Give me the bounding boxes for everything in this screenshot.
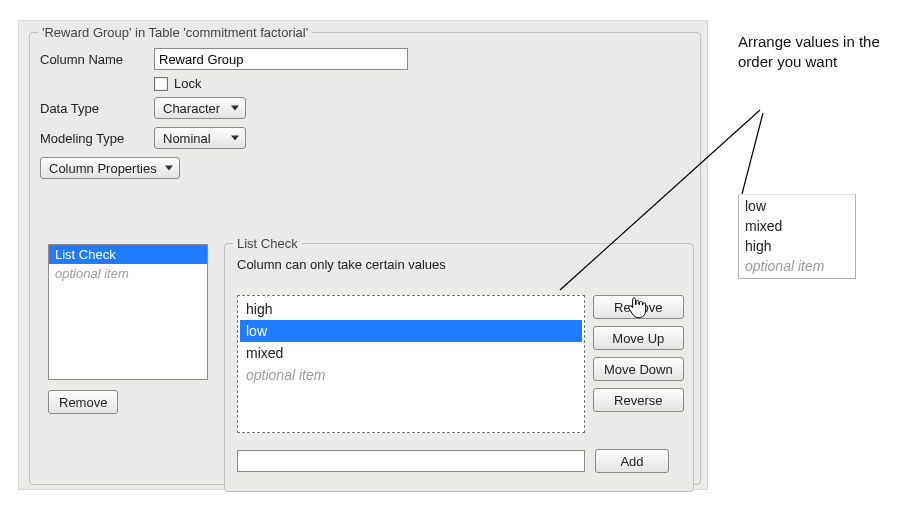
ordered-item: high	[741, 236, 853, 256]
fieldset-legend: 'Reward Group' in Table 'commitment fact…	[38, 25, 312, 40]
annotation-text: Arrange values in the order you want	[738, 32, 898, 72]
column-name-row: Column Name	[40, 48, 690, 70]
dialog-panel: 'Reward Group' in Table 'commitment fact…	[18, 20, 708, 490]
ordered-item: low	[741, 196, 853, 216]
column-properties-dropdown[interactable]: Column Properties	[40, 157, 180, 179]
column-name-label: Column Name	[40, 52, 146, 67]
data-type-value: Character	[163, 101, 220, 116]
canvas: 'Reward Group' in Table 'commitment fact…	[0, 0, 914, 514]
ordered-item: mixed	[741, 216, 853, 236]
ordered-values-box: low mixed high optional item	[738, 194, 856, 279]
add-value-row: Add	[237, 449, 669, 473]
column-properties-row: Column Properties	[40, 157, 700, 179]
modeling-type-value: Nominal	[163, 131, 211, 146]
svg-line-1	[742, 113, 763, 194]
data-type-label: Data Type	[40, 101, 146, 116]
list-item-optional[interactable]: optional item	[49, 264, 207, 283]
move-down-button[interactable]: Move Down	[593, 357, 684, 381]
value-item[interactable]: low	[240, 320, 582, 342]
list-check-caption: Column can only take certain values	[225, 251, 693, 278]
chevron-down-icon	[165, 166, 173, 171]
column-name-input[interactable]	[154, 48, 408, 70]
list-check-legend: List Check	[233, 236, 302, 251]
remove-property-button[interactable]: Remove	[48, 390, 118, 414]
modeling-type-row: Modeling Type Nominal	[40, 127, 690, 149]
value-buttons: Remove Move Up Move Down Reverse	[593, 295, 684, 412]
list-item[interactable]: List Check	[49, 245, 207, 264]
value-item-optional[interactable]: optional item	[240, 364, 582, 386]
properties-list[interactable]: List Check optional item	[48, 244, 208, 380]
lock-row: Lock	[154, 76, 690, 91]
chevron-down-icon	[231, 106, 239, 111]
form-rows: Column Name Lock Data Type Character Mod…	[30, 40, 700, 149]
modeling-type-label: Modeling Type	[40, 131, 146, 146]
value-list[interactable]: high low mixed optional item	[237, 295, 585, 433]
chevron-down-icon	[231, 136, 239, 141]
new-value-input[interactable]	[237, 450, 585, 472]
data-type-dropdown[interactable]: Character	[154, 97, 246, 119]
lock-label: Lock	[174, 76, 201, 91]
value-item[interactable]: high	[240, 298, 582, 320]
modeling-type-dropdown[interactable]: Nominal	[154, 127, 246, 149]
add-value-button[interactable]: Add	[595, 449, 669, 473]
lock-checkbox[interactable]	[154, 77, 168, 91]
data-type-row: Data Type Character	[40, 97, 690, 119]
list-check-fieldset: List Check Column can only take certain …	[224, 236, 694, 492]
reverse-button[interactable]: Reverse	[593, 388, 684, 412]
ordered-item-optional: optional item	[741, 256, 853, 276]
column-properties-label: Column Properties	[49, 161, 157, 176]
column-info-fieldset: 'Reward Group' in Table 'commitment fact…	[29, 25, 701, 485]
value-item[interactable]: mixed	[240, 342, 582, 364]
move-up-button[interactable]: Move Up	[593, 326, 684, 350]
remove-value-button[interactable]: Remove	[593, 295, 684, 319]
